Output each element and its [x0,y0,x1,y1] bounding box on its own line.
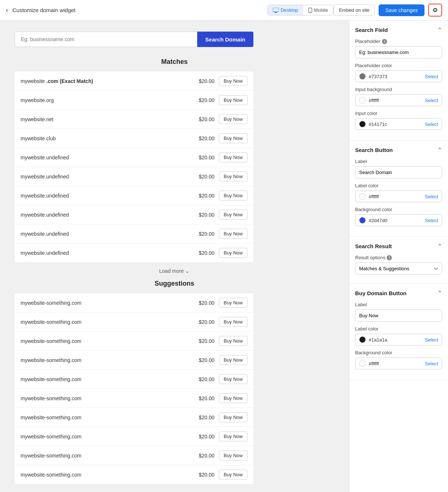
desktop-view-button[interactable]: Desktop [268,5,303,15]
header: ‹ Customize domain widget Desktop Mobile… [0,0,448,21]
buy-btn-label-select-button[interactable]: Select [425,337,438,343]
table-row: mywebsite.undefined$20.00Buy Now [15,167,253,186]
domain-name: mywebsite-something.com [21,434,199,439]
search-btn-bg-color-row: #2d47d0 Select [355,214,442,226]
settings-panel: Search Field ⌃ Placeholder i Placeholder… [349,21,448,492]
input-bg-select-button[interactable]: Select [425,98,438,103]
domain-name: mywebsite-something.com [21,338,199,344]
domain-price: $20.00 [199,453,214,459]
table-row: mywebsite-something.com$20.00Buy Now [15,370,253,389]
collapse-search-field-icon[interactable]: ⌃ [437,26,442,33]
buy-now-button[interactable]: Buy Now [219,76,248,86]
table-row: mywebsite.undefined$20.00Buy Now [15,224,253,243]
domain-price: $20.00 [199,357,214,363]
input-color-row: #14171c Select [355,118,442,130]
buy-btn-label-color-row: #1a1a1a Select [355,334,442,346]
buy-now-button[interactable]: Buy Now [219,374,248,384]
svg-rect-2 [274,12,277,13]
domain-name: mywebsite-something.com [21,472,199,478]
placeholder-color-select-button[interactable]: Select [425,74,438,79]
exact-match-label: .com (Exact Match) [46,78,93,84]
table-row: mywebsite-something.com$20.00Buy Now [15,389,253,408]
buy-now-button[interactable]: Buy Now [219,133,248,143]
search-btn-label-label: Label [355,159,442,164]
table-row: mywebsite.undefined$20.00Buy Now [15,186,253,205]
result-options-wrapper: Matches & SuggestionsMatches OnlySuggest… [355,263,442,276]
search-domain-button[interactable]: Search Domain [197,32,253,47]
svg-rect-0 [273,8,279,12]
suggestions-list: mywebsite-something.com$20.00Buy Nowmywe… [15,293,253,484]
buy-now-button[interactable]: Buy Now [219,229,248,239]
search-btn-bg-select-button[interactable]: Select [425,218,438,223]
placeholder-input[interactable] [355,46,442,58]
buy-now-button[interactable]: Buy Now [219,191,248,200]
buy-now-button[interactable]: Buy Now [219,248,248,258]
buy-now-button[interactable]: Buy Now [219,393,248,403]
search-result-section: Search Result ⌃ Result options i Matches… [349,237,448,284]
domain-name: mywebsite.club [21,135,199,141]
buy-now-button[interactable]: Buy Now [219,210,248,220]
input-bg-value: #ffffff [369,98,425,103]
table-row: mywebsite-something.com$20.00Buy Now [15,427,253,446]
buy-now-button[interactable]: Buy Now [219,95,248,105]
back-button[interactable]: ‹ [6,6,8,14]
table-row: mywebsite.undefined$20.00Buy Now [15,205,253,224]
table-row: mywebsite.undefined$20.00Buy Now [15,243,253,262]
table-row: mywebsite-something.com$20.00Buy Now [15,293,253,312]
buy-now-button[interactable]: Buy Now [219,431,248,441]
domain-name: mywebsite-something.com [21,453,199,459]
placeholder-label: Placeholder i [355,39,442,44]
domain-price: $20.00 [199,300,214,306]
buy-now-button[interactable]: Buy Now [219,451,248,460]
search-btn-label-color-select-button[interactable]: Select [425,194,438,199]
buy-now-button[interactable]: Buy Now [219,470,248,480]
buy-now-button[interactable]: Buy Now [219,355,248,365]
matches-title: Matches [15,58,334,66]
header-actions: Embed on site Save changes ⚙ [333,4,442,17]
load-more-button[interactable]: Load more ⌄ [15,268,334,274]
collapse-search-result-icon[interactable]: ⌃ [437,243,442,250]
buy-now-button[interactable]: Buy Now [219,114,248,124]
table-row: mywebsite-something.com$20.00Buy Now [15,332,253,351]
result-options-select[interactable]: Matches & SuggestionsMatches OnlySuggest… [355,263,442,275]
buy-btn-bg-select-button[interactable]: Select [425,361,438,366]
collapse-buy-domain-icon[interactable]: ⌃ [437,290,442,297]
input-color-select-button[interactable]: Select [425,122,438,127]
placeholder-info-icon: i [382,39,387,44]
save-button[interactable]: Save changes [379,4,424,16]
domain-price: $20.00 [199,376,214,382]
svg-rect-1 [275,12,277,12]
buy-now-button[interactable]: Buy Now [219,298,248,308]
embed-button[interactable]: Embed on site [333,4,375,16]
buy-now-button[interactable]: Buy Now [219,152,248,162]
buy-now-button[interactable]: Buy Now [219,336,248,346]
domain-price: $20.00 [199,212,214,218]
buy-btn-label-input[interactable] [355,310,442,322]
search-input[interactable] [15,32,197,47]
search-result-title: Search Result [355,243,392,249]
gear-icon: ⚙ [433,7,438,14]
collapse-search-button-icon[interactable]: ⌃ [437,146,442,153]
mobile-view-button[interactable]: Mobile [303,5,333,15]
settings-button[interactable]: ⚙ [428,4,442,17]
domain-price: $20.00 [199,319,214,325]
domain-name: mywebsite-something.com [21,300,199,306]
buy-btn-bg-label: Background color [355,350,442,355]
search-btn-bg-value: #2d47d0 [369,218,425,223]
buy-now-button[interactable]: Buy Now [219,412,248,422]
buy-now-button[interactable]: Buy Now [219,171,248,181]
domain-price: $20.00 [199,415,214,420]
domain-price: $20.00 [199,97,214,103]
domain-name: mywebsite-something.com [21,357,199,363]
desktop-icon [273,8,279,13]
domain-price: $20.00 [199,338,214,344]
buy-btn-label-label: Label [355,302,442,307]
buy-now-button[interactable]: Buy Now [219,317,248,327]
search-btn-bg-swatch [359,217,366,224]
buy-btn-label-color-label: Label color [355,326,442,332]
table-row: mywebsite.net$20.00Buy Now [15,110,253,129]
buy-btn-bg-value: #ffffff [369,361,425,366]
table-row: mywebsite.org$20.00Buy Now [15,91,253,110]
input-bg-swatch [359,97,366,104]
search-btn-label-input[interactable] [355,166,442,178]
